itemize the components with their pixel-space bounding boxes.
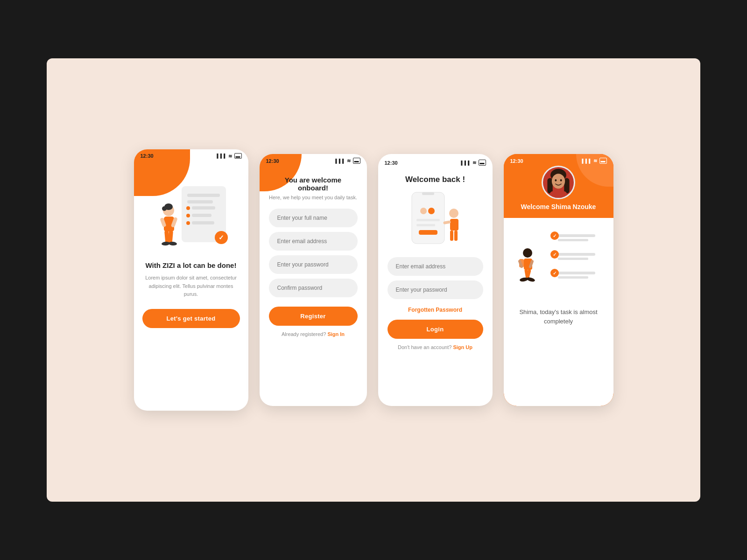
phone-onboarding: 12:30 ▐▐▐ ≋ ▬	[134, 149, 248, 411]
status-icons-1: ▐▐▐ ≋ ▬	[215, 153, 241, 159]
svg-rect-41	[558, 234, 595, 237]
svg-rect-29	[450, 219, 458, 231]
svg-rect-4	[192, 206, 215, 210]
status-icons-2: ▐▐▐ ≋ ▬	[334, 158, 360, 164]
register-title: You are welcome onboard!	[269, 176, 358, 192]
email-input[interactable]	[269, 232, 358, 251]
register-subtitle: Here, we help you meet you daily task.	[269, 195, 357, 200]
phone-login: 12:30 ▐▐▐ ≋ ▬ Welcome back !	[378, 154, 493, 406]
battery-icon-4: ▬	[599, 158, 607, 164]
svg-rect-1	[187, 194, 220, 197]
svg-point-7	[186, 221, 190, 225]
password-input[interactable]	[269, 255, 358, 274]
svg-rect-42	[558, 239, 588, 241]
register-button[interactable]: Register	[269, 307, 358, 326]
onboarding-title: With ZIZI a lot can be done!	[146, 261, 237, 269]
status-time-1: 12:30	[141, 153, 154, 159]
forgotten-password-link[interactable]: Forgotten Password	[408, 307, 462, 313]
svg-text:✓: ✓	[218, 234, 224, 241]
svg-rect-2	[187, 200, 213, 203]
phone-welcome-user: 12:30 ▐▐▐ ≋ ▬	[504, 154, 613, 406]
status-bar-2: 12:30 ▐▐▐ ≋ ▬	[260, 154, 367, 166]
sign-in-link[interactable]: Sign In	[327, 331, 345, 337]
user-avatar	[542, 166, 575, 199]
login-password-input[interactable]	[388, 280, 483, 299]
user-avatar-container: Welcome Shima Nzouke	[504, 166, 613, 218]
status-time-2: 12:30	[266, 158, 279, 164]
task-svg: ✓ ✓ ✓	[511, 227, 609, 302]
phone-register: 12:30 ▐▐▐ ≋ ▬ You are welcome onboard! H…	[260, 154, 367, 406]
app-showcase-container: 12:30 ▐▐▐ ≋ ▬	[47, 58, 700, 502]
get-started-button[interactable]: Let's get started	[142, 309, 240, 328]
status-icons-3: ▐▐▐ ≋ ▬	[459, 160, 486, 166]
svg-rect-50	[558, 276, 588, 279]
svg-rect-25	[416, 219, 440, 221]
login-title: Welcome back !	[405, 175, 465, 184]
wifi-icon-3: ≋	[472, 160, 476, 165]
svg-point-53	[523, 248, 532, 258]
login-illustration	[398, 190, 472, 251]
already-registered-text: Already registered? Sign In	[282, 331, 345, 337]
task-description-text: Shima, today's task is almost completely	[511, 308, 606, 326]
svg-point-38	[555, 179, 557, 182]
svg-point-3	[186, 206, 190, 210]
phone1-content: ✓	[134, 165, 248, 411]
fullname-input[interactable]	[269, 209, 358, 227]
svg-text:✓: ✓	[553, 252, 557, 257]
svg-point-5	[186, 214, 190, 217]
svg-point-24	[428, 208, 435, 214]
svg-point-13	[162, 206, 167, 211]
status-icons-4: ▐▐▐ ≋ ▬	[580, 158, 606, 164]
svg-rect-40	[550, 191, 567, 199]
signal-icon-4: ▐▐▐	[580, 159, 591, 163]
svg-rect-49	[558, 272, 595, 274]
svg-rect-22	[422, 192, 434, 195]
svg-point-37	[552, 174, 565, 189]
svg-rect-30	[450, 231, 453, 241]
signal-icon-3: ▐▐▐	[459, 161, 470, 165]
status-bar-1: 12:30 ▐▐▐ ≋ ▬	[134, 149, 248, 161]
login-email-input[interactable]	[388, 257, 483, 276]
login-button[interactable]: Login	[388, 320, 483, 339]
wifi-icon-4: ≋	[593, 158, 597, 163]
onboarding-description: Lorem ipsum dolor sit amet, consectetur …	[142, 274, 240, 299]
svg-rect-45	[558, 253, 595, 256]
svg-point-39	[560, 179, 562, 182]
svg-rect-46	[558, 258, 588, 260]
battery-icon-3: ▬	[479, 160, 486, 166]
task-illustration: ✓ ✓ ✓	[511, 227, 606, 302]
phone3-content: Welcome back !	[378, 168, 493, 406]
battery-icon-2: ▬	[353, 158, 360, 164]
welcome-user-name: Welcome Shima Nzouke	[521, 203, 596, 210]
battery-icon: ▬	[234, 153, 242, 159]
no-account-text: Don't have an account? Sign Up	[398, 344, 472, 350]
svg-rect-31	[454, 231, 458, 241]
svg-rect-27	[419, 230, 437, 235]
status-bar-4: 12:30 ▐▐▐ ≋ ▬	[504, 154, 613, 166]
status-time-3: 12:30	[385, 160, 398, 166]
onboarding-illustration: ✓	[149, 177, 233, 252]
signal-icon: ▐▐▐	[215, 154, 226, 158]
phone2-content: You are welcome onboard! Here, we help y…	[260, 169, 367, 406]
status-bar-3: 12:30 ▐▐▐ ≋ ▬	[378, 154, 493, 168]
wifi-icon: ≋	[228, 154, 232, 159]
svg-rect-21	[412, 192, 444, 244]
svg-rect-6	[192, 214, 211, 217]
svg-rect-8	[192, 221, 214, 224]
illustration-area: ✓	[142, 175, 240, 254]
sign-up-link[interactable]: Sign Up	[453, 344, 472, 350]
status-time-4: 12:30	[510, 158, 523, 164]
wifi-icon-2: ≋	[347, 158, 351, 163]
svg-text:✓: ✓	[553, 233, 557, 238]
svg-point-28	[449, 209, 458, 218]
svg-point-23	[420, 208, 427, 214]
svg-rect-26	[416, 224, 435, 226]
signal-icon-2: ▐▐▐	[334, 159, 344, 163]
phone4-content: ✓ ✓ ✓	[504, 218, 613, 406]
login-svg	[398, 190, 472, 251]
svg-text:✓: ✓	[553, 271, 557, 276]
confirm-password-input[interactable]	[269, 279, 358, 297]
avatar-portrait	[543, 166, 574, 199]
